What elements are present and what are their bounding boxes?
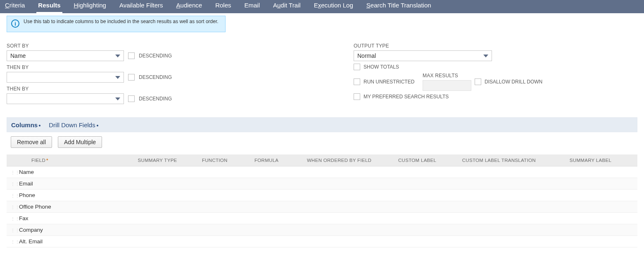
table-row[interactable]: ⋮⋮Fax: [7, 213, 637, 224]
main-tabbar: Criteria Results Highlighting Available …: [0, 0, 644, 13]
table-row[interactable]: ⋮⋮Name: [7, 166, 637, 178]
tab-audience[interactable]: Audience: [175, 0, 204, 13]
sort-by-value: Name: [10, 52, 26, 59]
th-function[interactable]: FUNCTION: [198, 154, 250, 166]
then-by-1-label: THEN BY: [7, 64, 188, 70]
max-results-group: MAX RESULTS: [423, 73, 471, 91]
form-area: SORT BY Name DESCENDING THEN BY DESCENDI…: [7, 40, 644, 106]
sort-by-select[interactable]: Name: [7, 50, 124, 61]
dot-icon: [97, 125, 98, 126]
drag-handle-icon[interactable]: ⋮⋮: [11, 216, 19, 221]
table-row[interactable]: ⋮⋮Phone: [7, 190, 637, 201]
field-cell: Fax: [19, 215, 29, 221]
add-multiple-button[interactable]: Add Multiple: [58, 136, 102, 148]
run-unrestricted-label: RUN UNRESTRICTED: [364, 79, 419, 85]
run-unrestricted-checkbox[interactable]: [354, 78, 360, 85]
field-cell: Alt. Email: [19, 238, 43, 245]
field-cell: Name: [19, 169, 34, 175]
drag-handle-icon[interactable]: ⋮⋮: [11, 170, 19, 175]
info-message: Use this tab to indicate columns to be i…: [24, 19, 219, 25]
th-when-ordered-by-field[interactable]: WHEN ORDERED BY FIELD: [303, 154, 394, 166]
remove-all-button[interactable]: Remove all: [11, 136, 52, 148]
max-results-input[interactable]: [423, 80, 471, 91]
columns-subtabbar: Columns Drill Down Fields: [7, 117, 637, 132]
sort-column: SORT BY Name DESCENDING THEN BY DESCENDI…: [7, 40, 188, 106]
drag-handle-icon[interactable]: ⋮⋮: [11, 228, 19, 233]
drag-handle-icon[interactable]: ⋮⋮: [11, 205, 19, 209]
sort2-descending-checkbox[interactable]: [128, 74, 135, 81]
sort2-descending-label: DESCENDING: [139, 74, 172, 80]
th-custom-label[interactable]: CUSTOM LABEL: [394, 154, 458, 166]
tab-search-title-translation[interactable]: Search Title Translation: [365, 0, 433, 13]
disallow-drilldown-checkbox[interactable]: [475, 78, 481, 85]
sort-by-label: SORT BY: [7, 43, 188, 49]
tab-email[interactable]: Email: [242, 0, 261, 13]
then-by-2-select[interactable]: [7, 93, 124, 104]
th-summary-label[interactable]: SUMMARY LABEL: [566, 154, 637, 166]
tab-highlighting[interactable]: Highlighting: [72, 0, 108, 13]
info-icon: i: [11, 19, 19, 28]
tab-available-filters[interactable]: Available Filters: [118, 0, 165, 13]
th-formula[interactable]: FORMULA: [250, 154, 303, 166]
output-type-value: Normal: [357, 52, 376, 59]
tab-execution-log[interactable]: Execution Log: [312, 0, 355, 13]
field-cell: Phone: [19, 192, 35, 198]
subtab-drill-down-fields[interactable]: Drill Down Fields: [49, 121, 98, 128]
preferred-results-checkbox[interactable]: [354, 93, 360, 100]
output-column: OUTPUT TYPE Normal SHOW TOTALS RUN UNRES…: [354, 40, 643, 106]
table-header-row: FIELD* SUMMARY TYPE FUNCTION FORMULA WHE…: [7, 154, 637, 166]
output-type-label: OUTPUT TYPE: [354, 43, 643, 49]
field-cell: Office Phone: [19, 204, 51, 210]
disallow-drilldown-label: DISALLOW DRILL DOWN: [485, 79, 542, 85]
columns-table: FIELD* SUMMARY TYPE FUNCTION FORMULA WHE…: [7, 154, 637, 247]
then-by-2-label: THEN BY: [7, 86, 188, 92]
sort1-descending-label: DESCENDING: [139, 53, 172, 59]
th-field[interactable]: FIELD*: [7, 154, 134, 166]
tab-criteria[interactable]: Criteria: [3, 0, 26, 13]
tab-results[interactable]: Results: [36, 0, 62, 13]
th-custom-label-translation[interactable]: CUSTOM LABEL TRANSLATION: [458, 154, 566, 166]
drag-handle-icon[interactable]: ⋮⋮: [11, 240, 19, 244]
table-row[interactable]: ⋮⋮Email: [7, 178, 637, 190]
sort3-descending-checkbox[interactable]: [128, 95, 135, 102]
show-totals-label: SHOW TOTALS: [364, 64, 399, 70]
table-row[interactable]: ⋮⋮Company: [7, 224, 637, 236]
drag-handle-icon[interactable]: ⋮⋮: [11, 182, 19, 186]
required-asterisk-icon: *: [46, 158, 48, 163]
chevron-down-icon: [483, 55, 488, 57]
field-cell: Company: [19, 227, 43, 233]
dot-icon: [39, 125, 40, 126]
chevron-down-icon: [115, 97, 120, 100]
show-totals-checkbox[interactable]: [354, 64, 360, 70]
field-cell: Email: [19, 181, 33, 187]
preferred-results-label: MY PREFERRED SEARCH RESULTS: [364, 94, 449, 100]
table-row[interactable]: ⋮⋮Alt. Email: [7, 236, 637, 247]
sort3-descending-label: DESCENDING: [139, 96, 172, 102]
th-summary-type[interactable]: SUMMARY TYPE: [134, 154, 198, 166]
table-row[interactable]: ⋮⋮Office Phone: [7, 201, 637, 213]
drag-handle-icon[interactable]: ⋮⋮: [11, 193, 19, 198]
info-box: i Use this tab to indicate columns to be…: [7, 16, 226, 32]
sort1-descending-checkbox[interactable]: [128, 52, 135, 59]
tab-audit-trail[interactable]: Audit Trail: [271, 0, 302, 13]
then-by-1-select[interactable]: [7, 72, 124, 83]
chevron-down-icon: [115, 76, 120, 79]
columns-buttons: Remove all Add Multiple: [11, 136, 644, 148]
chevron-down-icon: [115, 55, 120, 57]
output-type-select[interactable]: Normal: [354, 50, 492, 61]
subtab-columns[interactable]: Columns: [11, 121, 40, 128]
max-results-label: MAX RESULTS: [423, 73, 471, 78]
tab-roles[interactable]: Roles: [214, 0, 233, 13]
